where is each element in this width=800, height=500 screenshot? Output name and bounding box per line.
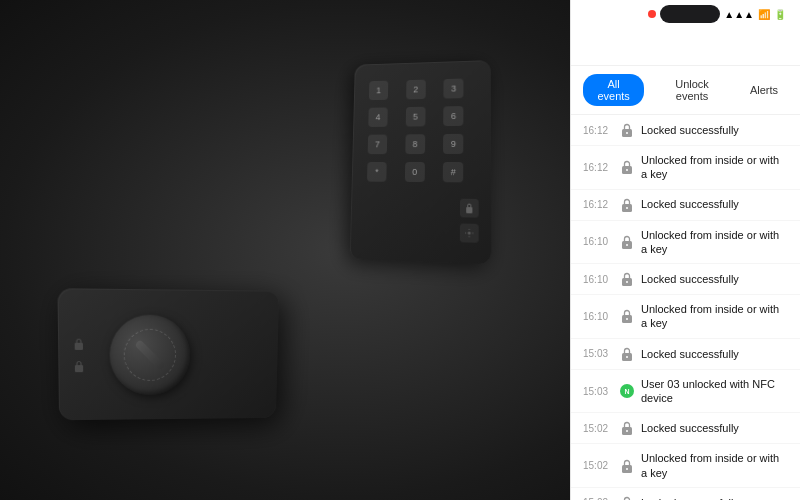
event-item: 16:12 Locked successfully xyxy=(571,190,800,221)
event-item: 16:10 Unlocked from inside or with a key xyxy=(571,295,800,339)
keypad-key: 3 xyxy=(444,79,464,99)
signal-icon: ▲▲▲ xyxy=(724,9,754,20)
lock-icon xyxy=(619,271,635,287)
svg-point-21 xyxy=(626,468,628,470)
device-keypad: 123456789*0# xyxy=(350,60,492,264)
lock-icon xyxy=(619,458,635,474)
tab-all[interactable]: All events xyxy=(583,74,644,106)
event-time: 16:10 xyxy=(583,311,613,322)
svg-point-17 xyxy=(626,356,628,358)
status-icons: ▲▲▲ 📶 🔋 xyxy=(648,5,786,23)
svg-point-15 xyxy=(626,318,628,320)
event-item: 15:02 Locked successfully xyxy=(571,488,800,500)
keypad-key: 1 xyxy=(369,81,388,101)
settings-icon-keypad xyxy=(460,223,479,242)
event-text: Locked successfully xyxy=(641,197,788,211)
keypad-bottom-icons xyxy=(460,199,479,243)
event-item: 15:02 Unlocked from inside or with a key xyxy=(571,444,800,488)
svg-point-13 xyxy=(626,281,628,283)
lock-icon-top xyxy=(73,337,85,351)
keypad-key: * xyxy=(367,162,387,182)
filter-tabs: All eventsUnlock eventsAlerts xyxy=(571,66,800,115)
event-text: Locked successfully xyxy=(641,347,788,361)
events-list[interactable]: 16:12 Locked successfully16:12 Unlocked … xyxy=(571,115,800,500)
event-text: Locked successfully xyxy=(641,123,788,137)
app-panel: ▲▲▲ 📶 🔋 All eventsUnlock eventsAlerts 16… xyxy=(570,0,800,500)
event-time: 16:12 xyxy=(583,162,613,173)
lock-icon xyxy=(619,234,635,250)
nav-bar xyxy=(571,28,800,66)
svg-point-7 xyxy=(626,169,628,171)
event-text: Unlocked from inside or with a key xyxy=(641,153,788,182)
tab-alerts[interactable]: Alerts xyxy=(740,80,788,100)
lock-icon xyxy=(619,197,635,213)
svg-point-9 xyxy=(626,207,628,209)
keypad-key: # xyxy=(443,162,463,182)
event-time: 15:02 xyxy=(583,460,613,471)
lock-icon xyxy=(619,308,635,324)
lock-icon xyxy=(619,346,635,362)
keypad-key: 0 xyxy=(405,162,425,182)
event-text: User 03 unlocked with NFC device xyxy=(641,377,788,406)
svg-point-1 xyxy=(468,231,471,234)
device-photo-area: 123456789*0# xyxy=(0,0,570,500)
lock-icons-left xyxy=(73,337,86,373)
event-item: 15:02 Locked successfully xyxy=(571,413,800,444)
battery-icon: 🔋 xyxy=(774,9,786,20)
lock-icon xyxy=(619,495,635,500)
knob-handle xyxy=(134,339,165,370)
event-time: 16:10 xyxy=(583,236,613,247)
event-time: 15:03 xyxy=(583,348,613,359)
event-item: 16:12 Locked successfully xyxy=(571,115,800,146)
svg-point-11 xyxy=(626,244,628,246)
keypad-key: 8 xyxy=(405,134,425,154)
device-main-body xyxy=(57,288,279,420)
event-item: 16:12 Unlocked from inside or with a key xyxy=(571,146,800,190)
event-text: Unlocked from inside or with a key xyxy=(641,302,788,331)
lock-icon xyxy=(619,159,635,175)
status-pill xyxy=(660,5,720,23)
keypad-key: 6 xyxy=(444,106,464,126)
device-knob xyxy=(109,314,190,395)
device-scene: 123456789*0# xyxy=(0,0,570,500)
event-item: 16:10 Unlocked from inside or with a key xyxy=(571,221,800,265)
svg-rect-0 xyxy=(466,207,472,213)
keypad-key: 2 xyxy=(406,80,426,100)
event-text: Locked successfully xyxy=(641,421,788,435)
event-time: 16:12 xyxy=(583,125,613,136)
keypad-key: 5 xyxy=(405,107,425,127)
status-dot xyxy=(648,10,656,18)
lock-icon xyxy=(619,420,635,436)
nfc-icon: N xyxy=(619,383,635,399)
event-time: 15:03 xyxy=(583,386,613,397)
svg-point-19 xyxy=(626,430,628,432)
status-bar: ▲▲▲ 📶 🔋 xyxy=(571,0,800,28)
lock-icon xyxy=(619,122,635,138)
event-item: 15:03NUser 03 unlocked with NFC device xyxy=(571,370,800,414)
lock-icon-keypad xyxy=(460,199,479,218)
svg-rect-2 xyxy=(75,343,83,350)
event-item: 15:03 Locked successfully xyxy=(571,339,800,370)
keypad-key: 7 xyxy=(368,135,388,155)
event-item: 16:10 Locked successfully xyxy=(571,264,800,295)
event-text: Locked successfully xyxy=(641,272,788,286)
event-time: 15:02 xyxy=(583,423,613,434)
event-text: Unlocked from inside or with a key xyxy=(641,228,788,257)
event-time: 16:12 xyxy=(583,199,613,210)
event-text: Locked successfully xyxy=(641,496,788,500)
svg-point-5 xyxy=(626,132,628,134)
svg-rect-3 xyxy=(75,365,83,372)
tab-unlock[interactable]: Unlock events xyxy=(652,74,732,106)
event-text: Unlocked from inside or with a key xyxy=(641,451,788,480)
keypad-key: 4 xyxy=(368,107,387,127)
wifi-icon: 📶 xyxy=(758,9,770,20)
event-time: 16:10 xyxy=(583,274,613,285)
keypad-grid: 123456789*0# xyxy=(351,60,491,201)
lock-icon-bottom xyxy=(73,359,85,373)
keypad-key: 9 xyxy=(443,134,463,154)
